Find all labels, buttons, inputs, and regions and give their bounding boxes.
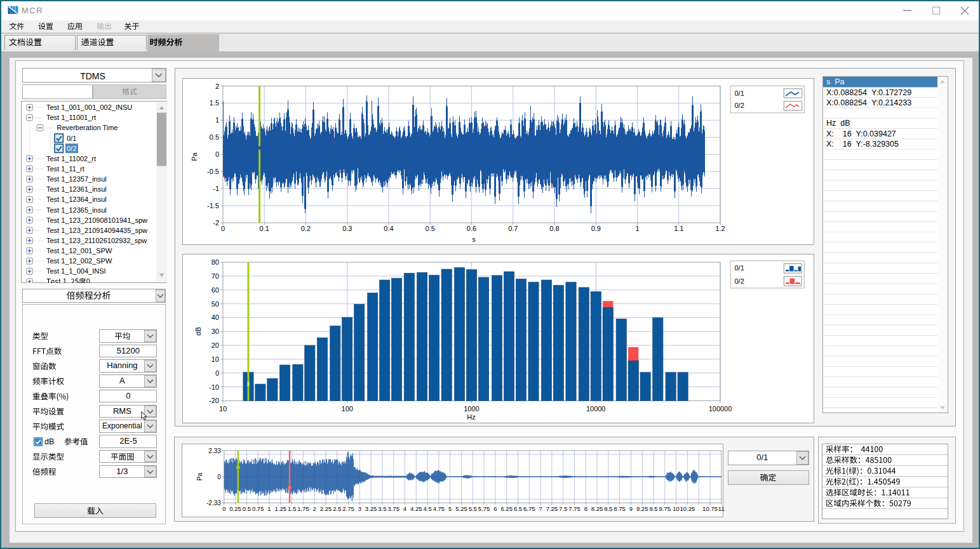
svg-text:Test 1_11_rt: Test 1_11_rt — [46, 165, 84, 173]
svg-text:Test 1_12364_insul: Test 1_12364_insul — [46, 195, 107, 203]
svg-text:Test 1_12357_insul: Test 1_12357_insul — [46, 175, 107, 183]
svg-text:s Pa: s Pa — [826, 77, 845, 86]
svg-text:Test 1_11002_rt: Test 1_11002_rt — [46, 155, 96, 162]
svg-text:Test 1_123_210908101941_spw: Test 1_123_210908101941_spw — [46, 216, 147, 224]
svg-text:Reverberation Time: Reverberation Time — [57, 124, 118, 131]
svg-text:X: 16 Y:-8.329305: X: 16 Y:-8.329305 — [826, 140, 899, 149]
svg-text:Test 1_12_002_SPW: Test 1_12_002_SPW — [46, 257, 112, 265]
svg-text:X: 16 Y:0.039427: X: 16 Y:0.039427 — [826, 129, 896, 138]
svg-text:Test 1_12365_insul: Test 1_12365_insul — [46, 206, 107, 214]
svg-text:X:0.088254 Y:0.214233: X:0.088254 Y:0.214233 — [826, 98, 911, 107]
svg-text:Test 1_123_210914094435_spw: Test 1_123_210914094435_spw — [46, 227, 147, 234]
svg-text:Test 1_1_004_INSI: Test 1_1_004_INSI — [46, 267, 106, 275]
svg-text:Test 1_123_211026102932_spw: Test 1_123_211026102932_spw — [46, 237, 147, 244]
svg-text:Test 1_12361_insul: Test 1_12361_insul — [46, 185, 107, 193]
svg-text:Test 1_001_001_002_INSU: Test 1_001_001_002_INSU — [46, 103, 132, 111]
svg-text:0/1: 0/1 — [67, 135, 76, 142]
svg-text:Test 1_12_001_SPW: Test 1_12_001_SPW — [46, 247, 112, 255]
svg-text:Test 1_11001_rt: Test 1_11001_rt — [46, 114, 96, 121]
svg-text:Hz dB: Hz dB — [826, 119, 850, 128]
svg-text:0/2: 0/2 — [67, 145, 76, 152]
svg-text:X:0.088254 Y:0.172729: X:0.088254 Y:0.172729 — [826, 88, 911, 96]
